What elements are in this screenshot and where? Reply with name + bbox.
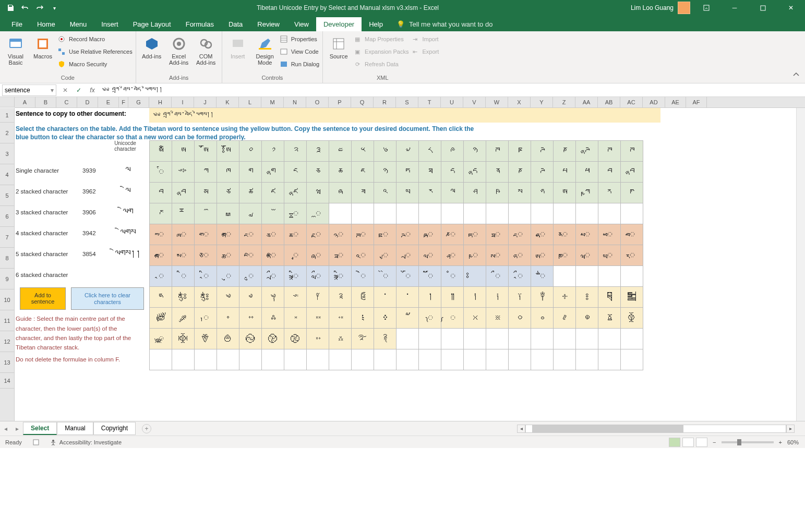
char-cell[interactable]: ཊ — [486, 141, 509, 162]
char-cell[interactable] — [307, 349, 329, 370]
char-cell[interactable]: ཀ — [195, 162, 217, 183]
com-addins-button[interactable]: COM Add-ins — [194, 33, 219, 66]
col-header[interactable]: AD — [643, 97, 665, 107]
char-cell[interactable]: ྼ — [621, 245, 643, 266]
char-cell[interactable]: འ — [374, 183, 397, 203]
col-header[interactable]: S — [396, 97, 418, 107]
zoom-in-icon[interactable]: + — [776, 439, 785, 445]
char-cell[interactable]: ཬ — [150, 203, 172, 224]
char-cell[interactable]: ྮ — [307, 245, 329, 266]
col-header[interactable]: C — [56, 97, 77, 107]
view-normal-icon[interactable] — [669, 438, 680, 447]
char-cell[interactable]: ཥ — [486, 183, 509, 203]
char-cell[interactable]: ྖ — [284, 224, 307, 245]
char-cell[interactable] — [352, 349, 374, 370]
run-dialog-button[interactable]: Run Dialog — [280, 58, 319, 70]
tab-help[interactable]: Help — [362, 17, 390, 31]
char-cell[interactable]: བ — [150, 183, 172, 203]
char-cell[interactable]: ྸ — [531, 245, 554, 266]
char-cell[interactable]: ༌ — [397, 287, 419, 308]
char-cell[interactable]: ࿏ — [329, 329, 352, 349]
col-header[interactable]: Z — [553, 97, 575, 107]
row-header[interactable]: 3 — [0, 143, 14, 164]
char-cell[interactable]: ༖ — [621, 287, 643, 308]
tab-review[interactable]: Review — [250, 17, 287, 31]
char-cell[interactable]: ཚ — [239, 183, 262, 203]
char-cell[interactable]: ༥ — [352, 141, 374, 162]
char-cell[interactable]: ཱི — [195, 266, 217, 287]
char-cell[interactable]: ྕ — [262, 224, 284, 245]
char-cell[interactable] — [441, 349, 464, 370]
char-cell[interactable]: ྣ — [554, 224, 576, 245]
char-cell[interactable]: ི — [172, 266, 195, 287]
char-cell[interactable] — [531, 203, 554, 224]
hscroll-left-icon[interactable]: ◂ — [517, 425, 525, 433]
char-cell[interactable]: ཅ — [307, 162, 329, 183]
sentence-cell[interactable]: ༄༅ བཀྲ་ཤིས་བདེ་ལེགས།། — [149, 108, 660, 123]
char-cell[interactable]: ླྀ — [307, 266, 329, 287]
row-header[interactable]: 12 — [0, 331, 14, 352]
char-cell[interactable]: ཞ — [329, 183, 352, 203]
char-cell[interactable]: ། — [419, 287, 441, 308]
char-cell[interactable]: ྑ — [172, 224, 195, 245]
char-cell[interactable] — [598, 349, 621, 370]
char-cell[interactable] — [374, 349, 397, 370]
char-cell[interactable]: ྫ — [239, 245, 262, 266]
char-cell[interactable]: ࿇ — [172, 329, 195, 349]
col-header[interactable]: I — [172, 97, 194, 107]
char-cell[interactable] — [441, 329, 464, 349]
user-avatar[interactable] — [678, 2, 690, 14]
char-cell[interactable]: ྷ — [509, 245, 531, 266]
char-cell[interactable]: ࿆ — [150, 329, 172, 349]
char-cell[interactable]: ྪ — [217, 245, 239, 266]
char-cell[interactable] — [576, 349, 598, 370]
char-cell[interactable]: ཷ — [284, 266, 307, 287]
col-header[interactable]: V — [463, 97, 486, 107]
char-cell[interactable]: ན — [486, 162, 509, 183]
char-cell[interactable]: ཱ — [150, 266, 172, 287]
close-icon[interactable]: ✕ — [779, 0, 803, 16]
char-cell[interactable]: ྨ — [172, 245, 195, 266]
char-cell[interactable]: ྀ — [486, 266, 509, 287]
char-cell[interactable]: ཱུ — [239, 266, 262, 287]
char-cell[interactable]: ྩ — [195, 245, 217, 266]
char-cell[interactable]: ེ — [352, 266, 374, 287]
char-cell[interactable]: ཛ — [262, 183, 284, 203]
char-cell[interactable]: ྶ — [486, 245, 509, 266]
char-cell[interactable] — [576, 329, 598, 349]
col-header[interactable]: K — [217, 97, 239, 107]
char-cell[interactable] — [397, 329, 419, 349]
hscroll-right-icon[interactable]: ▸ — [786, 425, 795, 433]
select-all-cell[interactable] — [0, 97, 15, 107]
char-cell[interactable]: ྡྷ — [531, 224, 554, 245]
char-cell[interactable]: ཤ — [464, 183, 486, 203]
col-header[interactable]: J — [194, 97, 217, 107]
char-cell[interactable] — [509, 329, 531, 349]
minimize-icon[interactable]: ─ — [723, 0, 747, 16]
char-cell[interactable]: ࿅ — [621, 308, 643, 329]
char-cell[interactable]: ࿌ — [284, 329, 307, 349]
record-macro-button[interactable]: Record Macro — [57, 33, 133, 45]
col-header[interactable]: E — [98, 97, 119, 107]
collapse-ribbon-icon[interactable] — [792, 71, 800, 80]
col-header[interactable]: R — [374, 97, 396, 107]
char-cell[interactable]: ༊ — [352, 287, 374, 308]
char-cell[interactable]: ࿐ — [352, 329, 374, 349]
source-button[interactable]: Source — [326, 33, 351, 59]
char-cell[interactable]: ཉ — [464, 141, 486, 162]
tab-insert[interactable]: Insert — [94, 17, 126, 31]
char-cell[interactable]: ༏ — [464, 287, 486, 308]
char-cell[interactable]: ྭ — [284, 245, 307, 266]
char-cell[interactable]: ཨོཾཿ — [217, 141, 239, 162]
char-cell[interactable]: ཊ — [598, 141, 621, 162]
char-cell[interactable] — [284, 349, 307, 370]
char-cell[interactable]: ༓ — [554, 287, 576, 308]
add-to-sentence-button[interactable]: Add to sentence — [20, 287, 66, 310]
excel-addins-button[interactable]: Excel Add-ins — [166, 33, 191, 66]
char-cell[interactable]: ྴ — [441, 245, 464, 266]
char-cell[interactable] — [464, 329, 486, 349]
char-cell[interactable]: ཇ — [352, 162, 374, 183]
tab-menu[interactable]: Menu — [63, 17, 94, 31]
char-cell[interactable]: དྷ — [464, 162, 486, 183]
macro-security-button[interactable]: Macro Security — [57, 58, 133, 70]
